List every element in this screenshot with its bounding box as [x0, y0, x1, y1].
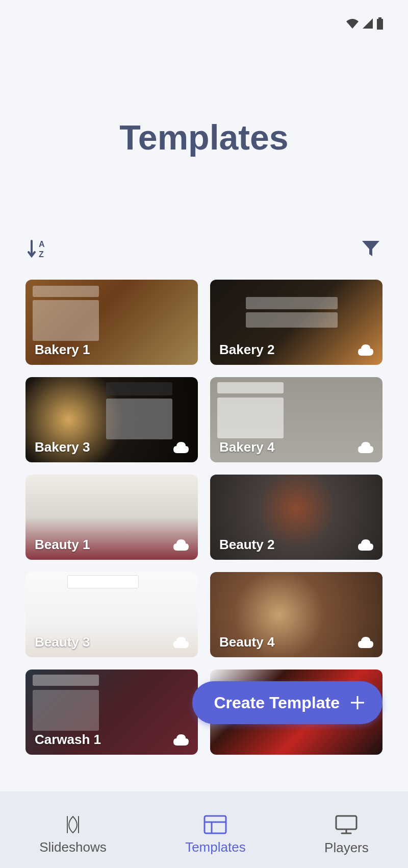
- card-overlay: [246, 297, 338, 309]
- card-overlay: [217, 398, 284, 438]
- template-card[interactable]: Beauty 2: [210, 475, 382, 560]
- template-label: Carwash 1: [35, 732, 101, 748]
- page-title: Templates: [0, 117, 408, 157]
- template-card[interactable]: Bakery 1: [26, 280, 198, 365]
- template-label: Beauty 1: [35, 537, 90, 553]
- cloud-icon: [173, 637, 189, 650]
- cloud-icon: [173, 734, 189, 748]
- signal-icon: [362, 18, 373, 29]
- template-label: Beauty 2: [219, 537, 274, 553]
- template-label: Bakery 2: [219, 342, 274, 358]
- template-label: Bakery 1: [35, 342, 90, 358]
- toolbar: A Z: [0, 239, 408, 261]
- svg-rect-6: [205, 816, 226, 833]
- sort-az-button[interactable]: A Z: [28, 239, 47, 261]
- svg-rect-9: [336, 816, 356, 829]
- slideshows-icon: [62, 815, 84, 834]
- template-card[interactable]: Bakery 2: [210, 280, 382, 365]
- card-overlay: [33, 675, 99, 686]
- nav-label: Slideshows: [39, 839, 107, 855]
- template-label: Beauty 3: [35, 634, 90, 650]
- nav-players[interactable]: Players: [324, 814, 369, 856]
- nav-slideshows[interactable]: Slideshows: [39, 815, 107, 855]
- template-label: Bakery 3: [35, 439, 90, 455]
- cloud-icon: [358, 637, 373, 650]
- card-overlay: [33, 690, 99, 731]
- template-card[interactable]: Beauty 4: [210, 572, 382, 657]
- status-bar: [346, 17, 384, 30]
- card-overlay: [67, 575, 139, 588]
- template-label: Beauty 4: [219, 634, 274, 650]
- fab-label: Create Template: [214, 693, 340, 712]
- templates-icon: [203, 815, 227, 834]
- cloud-icon: [173, 442, 189, 455]
- card-overlay: [106, 382, 172, 395]
- template-card[interactable]: Beauty 1: [26, 475, 198, 560]
- cloud-icon: [173, 539, 189, 553]
- battery-icon: [376, 17, 384, 30]
- bottom-nav: Slideshows Templates Players: [0, 791, 408, 868]
- card-overlay: [33, 286, 99, 297]
- plus-icon: [349, 694, 366, 711]
- template-label: Bakery 4: [219, 439, 274, 455]
- template-card[interactable]: Carwash 1: [26, 669, 198, 755]
- card-overlay: [33, 300, 99, 341]
- card-overlay: [217, 382, 284, 393]
- svg-text:A: A: [39, 240, 45, 249]
- nav-templates[interactable]: Templates: [185, 815, 246, 855]
- card-overlay: [246, 312, 338, 328]
- create-template-button[interactable]: Create Template: [192, 681, 382, 724]
- cloud-icon: [358, 539, 373, 553]
- template-card[interactable]: Bakery 4: [210, 377, 382, 462]
- svg-rect-0: [377, 19, 383, 30]
- cloud-icon: [358, 442, 373, 455]
- card-overlay: [106, 399, 172, 439]
- wifi-icon: [346, 18, 359, 29]
- svg-text:Z: Z: [39, 250, 44, 259]
- nav-label: Templates: [185, 839, 246, 855]
- players-icon: [335, 814, 358, 835]
- svg-rect-1: [378, 17, 381, 19]
- cloud-icon: [358, 344, 373, 358]
- filter-button[interactable]: [361, 240, 380, 260]
- template-card[interactable]: Beauty 3: [26, 572, 198, 657]
- template-card[interactable]: Bakery 3: [26, 377, 198, 462]
- nav-label: Players: [324, 840, 369, 856]
